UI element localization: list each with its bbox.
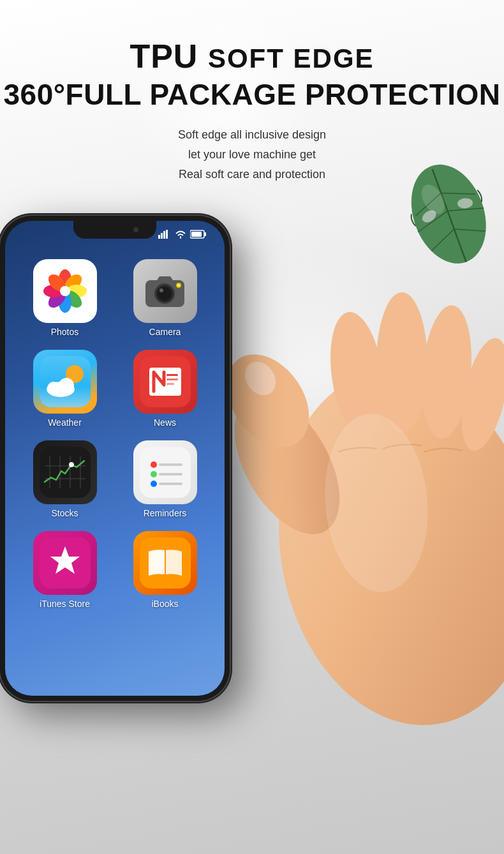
ibooks-label: iBooks <box>151 599 178 609</box>
hero-subtitle: Soft edge all inclusive design let your … <box>0 125 504 184</box>
svg-point-32 <box>159 288 163 292</box>
battery-icon <box>190 230 207 239</box>
news-icon[interactable] <box>133 350 197 414</box>
wifi-icon <box>175 230 186 239</box>
svg-point-27 <box>60 286 70 296</box>
app-item-ibooks: iBooks <box>121 531 209 609</box>
svg-rect-16 <box>204 232 206 236</box>
camera-label: Camera <box>149 327 181 337</box>
svg-rect-42 <box>167 374 178 376</box>
signal-icon <box>158 230 171 239</box>
phone-body: Photos <box>0 216 230 701</box>
app-item-photos: Photos <box>21 259 108 337</box>
news-label: News <box>154 417 176 428</box>
svg-point-34 <box>177 283 181 287</box>
ibooks-icon[interactable] <box>133 531 197 595</box>
svg-rect-12 <box>161 233 163 239</box>
weather-label: Weather <box>48 417 82 428</box>
stocks-icon[interactable] <box>33 440 97 504</box>
app-item-itunes: iTunes Store <box>21 531 108 609</box>
app-item-news: News <box>121 350 209 428</box>
svg-rect-53 <box>140 447 191 498</box>
phone-screen: Photos <box>5 221 225 696</box>
app-item-weather: Weather <box>21 350 108 428</box>
svg-point-54 <box>151 461 157 468</box>
phone-notch <box>73 221 156 239</box>
svg-point-68 <box>376 292 427 433</box>
hero-title-line1: TPU SOFT EDGE <box>0 38 504 75</box>
app-item-reminders: Reminders <box>121 440 209 518</box>
weather-icon[interactable] <box>33 350 97 414</box>
tpu-text: TPU <box>130 38 198 75</box>
page-wrapper: TPU SOFT EDGE 360°FULL PACKAGE PROTECTIO… <box>0 0 504 854</box>
app-grid: Photos <box>15 253 215 615</box>
phone-hand-section: Photos <box>0 209 504 733</box>
svg-rect-14 <box>166 230 168 239</box>
svg-point-58 <box>151 481 157 487</box>
svg-point-56 <box>151 471 157 477</box>
camera-icon[interactable] <box>133 259 197 323</box>
svg-point-52 <box>69 462 74 467</box>
svg-rect-17 <box>191 232 202 237</box>
reminders-icon-box[interactable] <box>133 440 197 504</box>
svg-rect-44 <box>167 383 174 385</box>
svg-point-38 <box>47 382 60 394</box>
front-camera <box>133 227 138 232</box>
app-item-stocks: Stocks <box>21 440 108 518</box>
photos-label: Photos <box>51 327 79 337</box>
soft-edge-text: SOFT EDGE <box>208 43 374 73</box>
itunes-icon[interactable] <box>33 531 97 595</box>
app-item-camera: Camera <box>121 259 209 337</box>
photos-icon[interactable] <box>33 259 97 323</box>
reminders-label: Reminders <box>144 508 187 518</box>
svg-point-39 <box>59 378 74 393</box>
subtitle-line1: Soft edge all inclusive design <box>0 125 504 145</box>
svg-rect-43 <box>167 378 178 380</box>
svg-rect-11 <box>158 235 160 239</box>
svg-rect-13 <box>163 231 165 239</box>
subtitle-line2: let your love machine get <box>0 145 504 165</box>
hero-section: TPU SOFT EDGE 360°FULL PACKAGE PROTECTIO… <box>0 0 504 197</box>
stocks-label: Stocks <box>51 508 78 518</box>
hero-title-line2: 360°FULL PACKAGE PROTECTION <box>0 77 504 112</box>
subtitle-line3: Real soft care and protection <box>0 165 504 184</box>
phone-container: Photos <box>0 216 236 714</box>
itunes-label: iTunes Store <box>40 599 90 609</box>
